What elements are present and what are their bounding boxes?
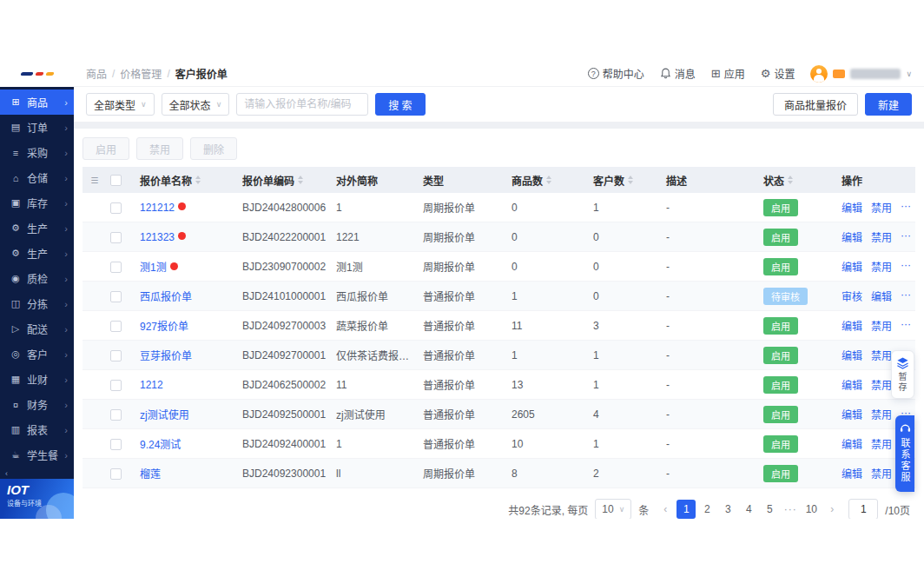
sort-icon[interactable] (195, 176, 201, 184)
op-link[interactable]: 编辑 (842, 348, 862, 362)
sidebar-item-sorting[interactable]: ◫分拣› (0, 291, 74, 316)
row-checkbox[interactable] (110, 262, 122, 273)
op-link[interactable]: 编辑 (842, 259, 862, 274)
row-checkbox[interactable] (110, 439, 122, 450)
sidebar-item-production[interactable]: ⚙生产› (0, 216, 74, 241)
search-input[interactable] (244, 98, 360, 110)
page-jump-input[interactable] (848, 499, 878, 519)
op-link[interactable]: 编辑 (842, 200, 862, 215)
op-link[interactable]: 编辑 (842, 318, 862, 333)
quote-name-link[interactable]: 121212 (140, 202, 175, 214)
pager-next-button[interactable]: › (822, 500, 842, 519)
sidebar-item-business-finance[interactable]: ▦业财› (0, 367, 74, 392)
quote-name-link[interactable]: 豆芽报价单 (140, 350, 192, 362)
sidebar-item-production-2[interactable]: ⚙生产› (0, 241, 74, 266)
type-select[interactable]: 全部类型 ∨ (86, 93, 155, 116)
op-link[interactable]: 编辑 (871, 288, 892, 303)
quote-name-link[interactable]: 榴莲 (140, 468, 161, 481)
sort-icon[interactable] (546, 176, 551, 184)
op-link[interactable]: 禁用 (871, 407, 892, 421)
op-link[interactable]: ··· (901, 229, 911, 244)
create-button[interactable]: 新建 (865, 93, 912, 116)
sidebar-item-finance[interactable]: ¤财务› (0, 392, 74, 417)
row-checkbox[interactable] (110, 409, 122, 421)
user-menu[interactable]: ∨ (810, 65, 912, 83)
batch-quote-button[interactable]: 商品批量报价 (773, 93, 858, 116)
sidebar-item-orders[interactable]: ▤订单› (0, 115, 74, 140)
row-checkbox[interactable] (110, 350, 122, 361)
column-header[interactable]: 状态 (760, 173, 838, 188)
pager-page[interactable]: 3 (718, 500, 737, 519)
op-link[interactable]: 禁用 (871, 377, 892, 392)
op-link[interactable]: 禁用 (871, 259, 892, 274)
quote-name-link[interactable]: 测1测 (140, 262, 167, 274)
op-link[interactable]: ··· (901, 259, 911, 274)
column-header[interactable]: 商品数 (508, 173, 590, 188)
messages-button[interactable]: 消息 (660, 66, 696, 81)
op-link[interactable]: 禁用 (871, 436, 892, 451)
settings-button[interactable]: ⚙ 设置 (761, 66, 795, 81)
column-header[interactable]: 报价单编码 (239, 173, 333, 188)
op-link[interactable]: ··· (901, 318, 911, 333)
sidebar-item-student-meal[interactable]: ☕学生餐› (0, 442, 74, 468)
op-link[interactable]: 禁用 (871, 200, 892, 215)
sidebar-item-delivery[interactable]: ▷配送› (0, 316, 74, 342)
quote-name-link[interactable]: 9.24测试 (140, 439, 181, 451)
help-center-button[interactable]: ? 帮助中心 (588, 66, 644, 81)
op-link[interactable]: 禁用 (871, 466, 892, 481)
breadcrumb-item[interactable]: 价格管理 (120, 66, 162, 81)
op-link[interactable]: 编辑 (842, 466, 862, 481)
sort-icon[interactable] (788, 176, 793, 184)
apps-button[interactable]: ⊞ 应用 (711, 66, 745, 81)
sidebar-collapse-icon[interactable]: ‹ (0, 468, 74, 479)
row-checkbox[interactable] (110, 202, 122, 214)
pager-prev-button[interactable]: ‹ (656, 500, 675, 519)
op-link[interactable]: 禁用 (871, 348, 892, 362)
op-link[interactable]: 编辑 (842, 436, 862, 451)
op-link[interactable]: ··· (901, 288, 911, 303)
op-link[interactable]: 编辑 (842, 229, 862, 244)
pager-page[interactable]: 5 (760, 500, 779, 519)
row-checkbox[interactable] (110, 291, 122, 302)
sort-icon[interactable] (628, 176, 633, 184)
sort-icon[interactable] (298, 176, 303, 184)
op-link[interactable]: 审核 (842, 288, 862, 303)
quote-name-link[interactable]: zj测试使用 (140, 409, 189, 421)
column-header[interactable]: 报价单名称 (136, 173, 239, 188)
quote-name-link[interactable]: 1212 (140, 379, 163, 391)
row-checkbox[interactable] (110, 380, 122, 391)
quote-name-link[interactable]: 927报价单 (140, 321, 188, 333)
page-size-select[interactable]: 10 ∨ (595, 499, 631, 519)
op-link[interactable]: 禁用 (871, 229, 892, 244)
column-filter-icon[interactable]: ☰ (91, 176, 99, 185)
pager-page[interactable]: 1 (676, 500, 696, 519)
quote-name-link[interactable]: 121323 (140, 231, 175, 243)
stash-float-button[interactable]: 暂存 (891, 350, 914, 399)
search-button[interactable]: 搜 索 (375, 93, 425, 116)
contact-service-button[interactable]: 联系客服 (895, 415, 914, 492)
quote-name-link[interactable]: 西瓜报价单 (140, 291, 192, 303)
sidebar-item-reports[interactable]: ▥报表› (0, 417, 74, 442)
sidebar-item-warehouse[interactable]: ⌂仓储› (0, 165, 74, 190)
op-link[interactable]: 编辑 (842, 407, 862, 421)
row-checkbox[interactable] (110, 321, 122, 332)
select-all-checkbox[interactable] (110, 175, 122, 186)
column-header[interactable]: 客户数 (590, 173, 663, 188)
breadcrumb-item[interactable]: 商品 (86, 66, 107, 81)
pager-page[interactable]: 2 (697, 500, 716, 519)
pager-ellipsis[interactable]: ··· (781, 500, 800, 519)
status-select[interactable]: 全部状态 ∨ (162, 93, 230, 116)
bulk-delete-button[interactable]: 删除 (190, 137, 237, 160)
op-link[interactable]: 禁用 (871, 318, 892, 333)
sidebar-item-customer[interactable]: ◎客户› (0, 342, 74, 367)
sidebar-item-purchase[interactable]: ≡采购› (0, 140, 74, 165)
sidebar-item-inventory[interactable]: ▣库存› (0, 190, 74, 216)
pager-page[interactable]: 10 (802, 500, 821, 519)
sidebar-item-quality[interactable]: ◉质检› (0, 266, 74, 291)
row-checkbox[interactable] (110, 468, 122, 480)
op-link[interactable]: ··· (901, 200, 911, 215)
row-checkbox[interactable] (110, 232, 122, 243)
pager-page[interactable]: 4 (739, 500, 758, 519)
sidebar-item-goods[interactable]: ⊞商品› (0, 90, 74, 115)
bulk-enable-button[interactable]: 启用 (82, 137, 129, 160)
